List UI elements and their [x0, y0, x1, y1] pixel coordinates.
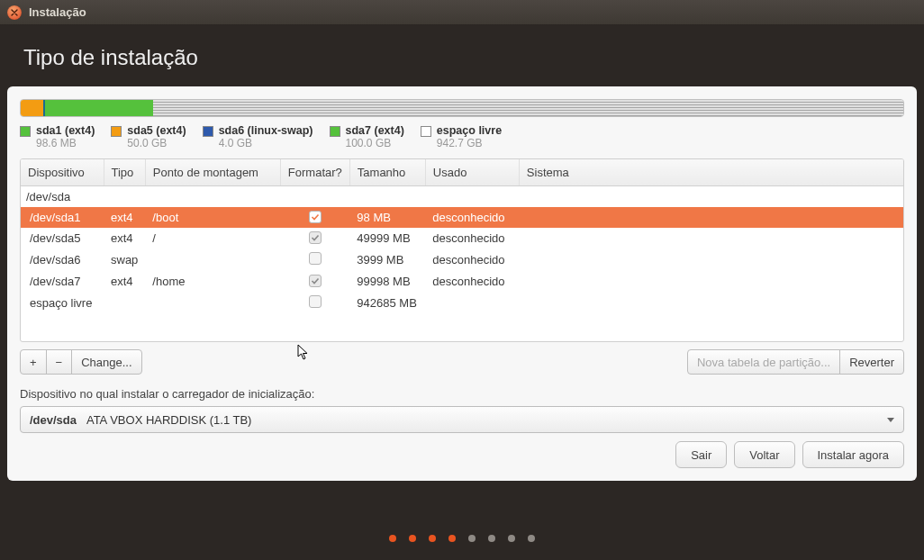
add-partition-button[interactable]: + [20, 349, 47, 375]
legend-item: sda6 (linux-swap)4.0 GB [203, 124, 313, 149]
bootloader-select[interactable]: /dev/sda ATA VBOX HARDDISK (1.1 TB) [20, 406, 904, 433]
partition-toolbar: + − Change... Nova tabela de partição...… [20, 349, 904, 375]
format-checkbox[interactable] [309, 211, 322, 223]
bootloader-label: Dispositivo no qual instalar o carregado… [20, 387, 904, 401]
quit-button[interactable]: Sair [675, 441, 727, 468]
disk-segment [43, 100, 52, 116]
progress-dot [448, 535, 456, 542]
disk-segment [51, 100, 86, 116]
remove-partition-button[interactable]: − [46, 349, 73, 375]
disk-segment [131, 100, 153, 116]
titlebar: Instalação [0, 0, 924, 25]
header: Tipo de instalação [0, 25, 924, 86]
main-panel: sda1 (ext4)98.6 MBsda5 (ext4)50.0 GBsda6… [7, 86, 917, 481]
new-partition-table-button[interactable]: Nova tabela de partição... [687, 349, 840, 375]
format-checkbox[interactable] [309, 275, 322, 287]
footer-buttons: Sair Voltar Instalar agora [675, 441, 904, 468]
legend-label: sda6 (linux-swap) [219, 124, 313, 137]
chevron-down-icon [887, 418, 894, 422]
legend-label: sda1 (ext4) [36, 124, 95, 137]
install-now-button[interactable]: Instalar agora [802, 441, 905, 468]
legend-item: espaço livre942.7 GB [421, 124, 502, 149]
close-icon [11, 9, 18, 16]
table-row[interactable]: /dev/sda5ext4/49999 MBdesconhecido [21, 228, 903, 248]
legend-swatch [421, 126, 431, 137]
column-header[interactable]: Tipo [104, 159, 145, 186]
table-body: /dev/sda/dev/sda1ext4/boot98 MBdesconhec… [21, 186, 903, 342]
column-header[interactable]: Formatar? [280, 159, 349, 186]
partition-table: DispositivoTipoPonto de montagemFormatar… [20, 158, 904, 342]
table-row[interactable]: espaço livre942685 MB [21, 292, 903, 314]
legend-swatch [111, 126, 122, 137]
progress-dot [508, 535, 515, 542]
table-row[interactable]: /dev/sda6swap3999 MBdesconhecido [21, 248, 903, 271]
revert-button[interactable]: Reverter [839, 349, 904, 375]
page-title: Tipo de instalação [23, 45, 901, 70]
legend-size: 942.7 GB [437, 137, 502, 149]
format-checkbox[interactable] [309, 252, 322, 265]
column-header[interactable]: Sistema [519, 159, 903, 186]
legend-size: 4.0 GB [219, 137, 313, 149]
legend-size: 50.0 GB [127, 137, 186, 149]
progress-dot [468, 535, 476, 542]
column-header[interactable]: Dispositivo [21, 159, 104, 186]
progress-dot [528, 535, 535, 542]
legend-label: sda5 (ext4) [127, 124, 186, 137]
legend-item: sda1 (ext4)98.6 MB [20, 124, 95, 149]
disk-segment [153, 100, 903, 116]
progress-dot [409, 535, 416, 542]
back-button[interactable]: Voltar [734, 441, 794, 468]
partition-edit-group: + − Change... [20, 349, 142, 375]
disk-segment [86, 100, 131, 116]
table-row[interactable]: /dev/sda7ext4/home99998 MBdesconhecido [21, 271, 903, 292]
format-checkbox[interactable] [309, 231, 322, 244]
change-partition-button[interactable]: Change... [71, 349, 141, 375]
bootloader-disk: /dev/sda [30, 413, 77, 427]
table-row[interactable]: /dev/sda1ext4/boot98 MBdesconhecido [21, 207, 903, 228]
progress-dot [488, 535, 495, 542]
column-header[interactable]: Tamanho [349, 159, 425, 186]
window-title: Instalação [29, 5, 86, 19]
legend-item: sda7 (ext4)100.0 GB [330, 124, 404, 149]
progress-dot [389, 535, 396, 542]
table-header-row: DispositivoTipoPonto de montagemFormatar… [21, 159, 903, 186]
legend-size: 100.0 GB [346, 137, 404, 149]
format-checkbox[interactable] [309, 295, 322, 308]
column-header[interactable]: Ponto de montagem [145, 159, 280, 186]
partition-table-group: Nova tabela de partição... Reverter [687, 349, 904, 375]
close-button[interactable] [7, 5, 22, 20]
disk-segment [21, 100, 43, 116]
legend-label: espaço livre [437, 124, 502, 137]
legend-swatch [330, 126, 340, 137]
disk-legend: sda1 (ext4)98.6 MBsda5 (ext4)50.0 GBsda6… [20, 124, 904, 149]
legend-size: 98.6 MB [36, 137, 95, 149]
legend-label: sda7 (ext4) [346, 124, 404, 137]
legend-swatch [20, 126, 31, 137]
progress-dots [0, 535, 924, 542]
progress-dot [429, 535, 436, 542]
column-header[interactable]: Usado [425, 159, 519, 186]
legend-swatch [203, 126, 213, 137]
disk-usage-bar [20, 99, 904, 117]
table-row-parent[interactable]: /dev/sda [21, 186, 903, 208]
bootloader-desc: ATA VBOX HARDDISK (1.1 TB) [86, 413, 252, 427]
legend-item: sda5 (ext4)50.0 GB [111, 124, 186, 149]
